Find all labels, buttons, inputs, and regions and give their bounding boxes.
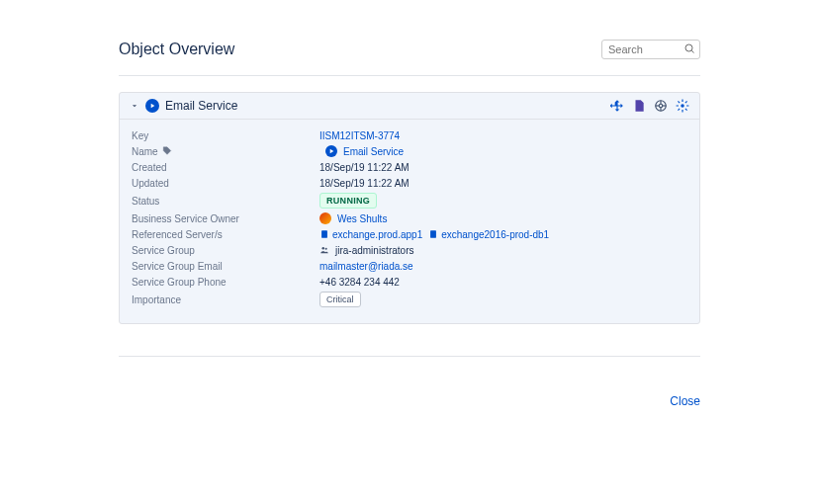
value-created: 18/Sep/19 11:22 AM bbox=[319, 162, 410, 173]
label-name: Name bbox=[132, 146, 158, 157]
search-icon bbox=[683, 42, 695, 54]
row-name: Name Email Service bbox=[132, 143, 687, 159]
row-owner: Business Service Owner Wes Shults bbox=[132, 210, 687, 226]
row-group: Service Group jira-administrators bbox=[132, 242, 687, 258]
svg-point-8 bbox=[681, 104, 684, 108]
row-importance: Importance Critical bbox=[132, 290, 687, 309]
value-group-email[interactable]: mailmaster@riada.se bbox=[319, 261, 413, 272]
row-group-email: Service Group Email mailmaster@riada.se bbox=[132, 258, 687, 274]
value-group-phone: +46 3284 234 442 bbox=[319, 277, 400, 288]
avatar bbox=[319, 212, 331, 224]
svg-line-1 bbox=[691, 50, 693, 52]
svg-point-12 bbox=[325, 248, 327, 250]
label-servers: Referenced Server/s bbox=[132, 229, 319, 240]
server-icon bbox=[319, 229, 329, 239]
object-name: Email Service bbox=[165, 99, 237, 113]
svg-rect-9 bbox=[321, 230, 327, 238]
value-server-1[interactable]: exchange2016-prod-db1 bbox=[441, 229, 549, 240]
object-panel: Email Service Key IISM12ITSM-3774 Name bbox=[119, 92, 700, 324]
panel-header: Email Service bbox=[120, 93, 699, 120]
document-icon[interactable] bbox=[632, 99, 646, 113]
value-updated: 18/Sep/19 11:22 AM bbox=[319, 178, 410, 189]
value-key[interactable]: IISM12ITSM-3774 bbox=[319, 130, 400, 141]
status-badge: RUNNING bbox=[319, 193, 377, 209]
label-group: Service Group bbox=[132, 245, 319, 256]
group-icon bbox=[319, 245, 329, 255]
label-group-email: Service Group Email bbox=[132, 261, 319, 272]
jira-icon[interactable] bbox=[610, 99, 624, 113]
graph-icon[interactable] bbox=[654, 99, 668, 113]
close-button[interactable]: Close bbox=[670, 394, 700, 408]
label-updated: Updated bbox=[132, 178, 319, 189]
importance-badge: Critical bbox=[319, 292, 361, 307]
label-key: Key bbox=[132, 130, 319, 141]
server-icon bbox=[428, 229, 438, 239]
header: Object Overview bbox=[119, 40, 700, 75]
object-type-icon bbox=[145, 99, 159, 113]
panel-actions bbox=[610, 99, 689, 113]
label-owner: Business Service Owner bbox=[132, 213, 319, 224]
tag-icon bbox=[162, 146, 172, 156]
row-key: Key IISM12ITSM-3774 bbox=[132, 127, 687, 143]
label-group-phone: Service Group Phone bbox=[132, 277, 319, 288]
row-created: Created 18/Sep/19 11:22 AM bbox=[132, 159, 687, 175]
panel-body: Key IISM12ITSM-3774 Name Email Service C… bbox=[120, 120, 699, 323]
value-group: jira-administrators bbox=[335, 245, 413, 256]
footer: Close bbox=[119, 363, 700, 408]
row-group-phone: Service Group Phone +46 3284 234 442 bbox=[132, 274, 687, 290]
page-title: Object Overview bbox=[119, 41, 234, 58]
row-servers: Referenced Server/s exchange.prod.app1 e… bbox=[132, 226, 687, 242]
search-box bbox=[601, 40, 700, 59]
row-updated: Updated 18/Sep/19 11:22 AM bbox=[132, 175, 687, 191]
object-type-icon bbox=[325, 145, 337, 157]
divider bbox=[119, 75, 700, 76]
value-owner[interactable]: Wes Shults bbox=[337, 213, 387, 224]
value-name-link[interactable]: Email Service bbox=[343, 146, 404, 157]
chevron-down-icon[interactable] bbox=[130, 101, 139, 111]
svg-rect-10 bbox=[430, 230, 436, 238]
divider bbox=[119, 356, 700, 357]
gear-icon[interactable] bbox=[676, 99, 689, 113]
label-created: Created bbox=[132, 162, 319, 173]
label-status: Status bbox=[132, 196, 319, 207]
svg-point-3 bbox=[659, 104, 663, 108]
svg-point-0 bbox=[685, 44, 692, 51]
row-status: Status RUNNING bbox=[132, 191, 687, 210]
svg-point-11 bbox=[322, 247, 325, 250]
label-importance: Importance bbox=[132, 294, 319, 305]
value-server-0[interactable]: exchange.prod.app1 bbox=[332, 229, 422, 240]
